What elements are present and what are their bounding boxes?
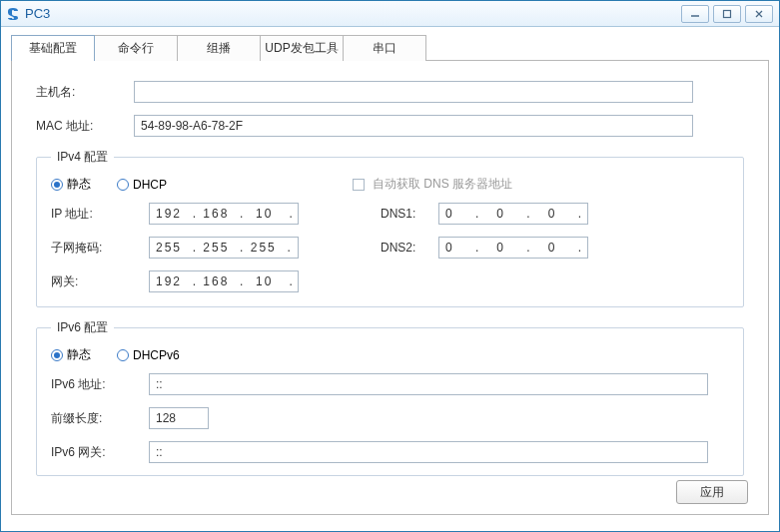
mac-input[interactable] [134,115,693,137]
ipv4-gw-input[interactable] [149,270,299,292]
ipv4-static-label: 静态 [67,176,91,193]
ipv4-mask-label: 子网掩码: [51,240,141,257]
ipv4-dns1-label: DNS1: [381,207,430,221]
ipv4-dns1-input[interactable] [438,203,588,225]
window-controls [681,5,773,23]
ipv4-ip-label: IP 地址: [51,206,141,223]
apply-button-label: 应用 [700,484,724,501]
ipv6-prefix-label: 前缀长度: [51,410,141,427]
row-hostname: 主机名: [36,81,744,103]
ipv4-auto-dns-label: 自动获取 DNS 服务器地址 [373,176,512,193]
radio-dot-icon [117,349,129,361]
ipv6-addr-label: IPv6 地址: [51,376,141,393]
tab-serial[interactable]: 串口 [343,35,426,61]
tab-udp[interactable]: UDP发包工具 [260,35,344,61]
row-mac: MAC 地址: [36,115,744,137]
ipv6-dhcpv6-radio[interactable]: DHCPv6 [117,348,180,362]
ipv4-dhcp-radio[interactable]: DHCP [117,178,167,192]
ipv6-group: IPv6 配置 静态 DHCPv6 IPv6 地址: 前缀长度: [36,319,744,476]
ipv4-dhcp-label: DHCP [133,178,167,192]
titlebar: PC3 [1,1,779,27]
ipv6-gw-input[interactable] [149,441,708,463]
tab-label: 组播 [207,40,231,57]
app-logo-icon [5,6,21,22]
svg-rect-1 [724,10,731,17]
hostname-input[interactable] [134,81,693,103]
ipv4-dns2-input[interactable] [438,237,588,259]
tab-panel-basic: 主机名: MAC 地址: IPv4 配置 静态 DHCP [11,60,769,515]
ipv4-ip-input[interactable] [149,203,299,225]
ipv4-legend: IPv4 配置 [51,149,114,166]
ipv6-static-radio[interactable]: 静态 [51,346,91,363]
ipv4-static-radio[interactable]: 静态 [51,176,91,193]
tab-multicast[interactable]: 组播 [177,35,261,61]
ipv4-auto-dns-check[interactable]: 自动获取 DNS 服务器地址 [353,176,512,193]
ipv6-dhcpv6-label: DHCPv6 [133,348,180,362]
tab-cli[interactable]: 命令行 [94,35,178,61]
ipv6-mode-row: 静态 DHCPv6 [51,346,729,363]
radio-dot-icon [117,179,129,191]
hostname-label: 主机名: [36,84,126,101]
tab-label: 命令行 [118,40,154,57]
ipv6-gw-label: IPv6 网关: [51,444,141,461]
radio-dot-icon [51,179,63,191]
ipv4-mode-row: 静态 DHCP 自动获取 DNS 服务器地址 [51,176,729,193]
checkbox-icon [353,179,365,191]
minimize-button[interactable] [681,5,709,23]
maximize-button[interactable] [713,5,741,23]
window-title: PC3 [25,6,50,21]
ipv6-prefix-input[interactable] [149,407,209,429]
tab-basic[interactable]: 基础配置 [11,35,95,61]
content-area: 基础配置 命令行 组播 UDP发包工具 串口 主机名: MAC 地址: IPv4… [1,27,779,521]
apply-button[interactable]: 应用 [676,480,748,504]
ipv4-dns2-label: DNS2: [381,241,430,255]
ipv4-group: IPv4 配置 静态 DHCP 自动获取 DNS 服务器地址 [36,149,744,307]
ipv6-legend: IPv6 配置 [51,319,114,336]
tab-label: UDP发包工具 [265,40,338,57]
ipv4-fields: IP 地址: 子网掩码: 网关: DNS1: [51,203,729,296]
ipv6-addr-input[interactable] [149,373,708,395]
tab-label: 串口 [373,40,396,57]
radio-dot-icon [51,349,63,361]
apply-bar: 应用 [676,480,748,504]
tabstrip: 基础配置 命令行 组播 UDP发包工具 串口 [11,35,769,61]
ipv4-mask-input[interactable] [149,237,299,259]
ipv4-gw-label: 网关: [51,273,141,290]
mac-label: MAC 地址: [36,118,126,135]
ipv6-static-label: 静态 [67,346,91,363]
tab-label: 基础配置 [29,40,77,57]
close-button[interactable] [745,5,773,23]
